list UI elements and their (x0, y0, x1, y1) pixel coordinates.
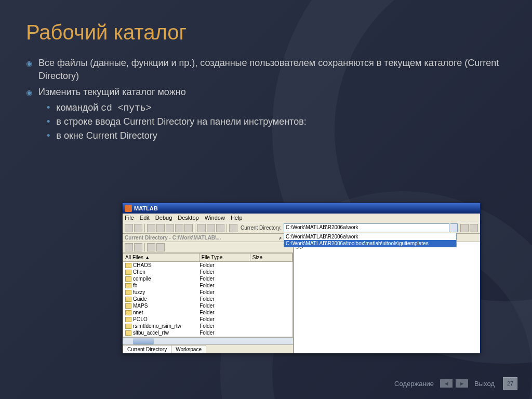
current-directory-panel: Current Directory - C:\Work\MATLAB\... ↗… (123, 234, 294, 353)
folder-icon (125, 330, 131, 336)
file-row[interactable]: sltbu_accel_rtwFolder (123, 329, 292, 336)
bullet-2: Изменить текущий каталог можно (26, 86, 506, 99)
dropdown-option-1[interactable]: C:\Work\MATLAB\R2006a\work (284, 233, 456, 240)
menu-desktop[interactable]: Desktop (178, 215, 198, 221)
run-icon[interactable] (156, 243, 165, 251)
subbullet-3-text: в окне Current Directory (56, 130, 157, 141)
matlab-titlebar[interactable]: MATLAB (123, 203, 480, 214)
col-size[interactable]: Size (250, 254, 293, 261)
command-window-panel: Command >> (294, 234, 480, 353)
slide-title: Рабочий каталог (26, 21, 506, 44)
simulink-icon[interactable] (197, 224, 206, 232)
current-directory-input[interactable]: C:\Work\MATLAB\R2006a\work C:\Work\MATLA… (284, 223, 449, 232)
find-icon[interactable] (147, 243, 155, 251)
file-row[interactable]: fuzzyFolder (123, 289, 292, 296)
scrollbar-thumb[interactable] (133, 338, 154, 344)
matlab-window: MATLAB File Edit Debug Desktop Window He… (122, 203, 481, 353)
file-row[interactable]: CHAOSFolder (123, 262, 292, 269)
folder-icon (125, 290, 131, 295)
command-window[interactable]: >> (294, 242, 480, 353)
refresh-icon[interactable] (125, 243, 133, 251)
up-folder-icon[interactable] (470, 224, 478, 232)
file-row[interactable]: rsimtfdemo_rsim_rtwFolder (123, 323, 292, 329)
folder-icon (125, 263, 131, 268)
file-list-header[interactable]: All Files ▲ File Type Size (123, 254, 292, 262)
redo-icon[interactable] (184, 224, 193, 232)
new-file-icon[interactable] (125, 224, 133, 232)
file-row[interactable]: fbFolder (123, 282, 292, 289)
folder-icon (125, 270, 131, 275)
menu-file[interactable]: File (125, 215, 134, 221)
contents-button[interactable]: Содержание (391, 379, 437, 389)
horizontal-scrollbar[interactable] (123, 337, 293, 344)
current-directory-label: Current Directory: (241, 225, 282, 231)
file-row[interactable]: nnetFolder (123, 309, 292, 316)
folder-icon (125, 297, 131, 302)
file-row[interactable]: compileFolder (123, 275, 292, 282)
menu-edit[interactable]: Edit (140, 215, 150, 221)
file-list[interactable]: All Files ▲ File Type Size CHAOSFolderCh… (123, 253, 293, 337)
subbullet-1: командой cd <путь> (47, 102, 506, 113)
undo-icon[interactable] (175, 224, 183, 232)
subbullet-2-text: в строке ввода Current Directory на пане… (56, 116, 306, 127)
file-row[interactable]: ChenFolder (123, 269, 292, 275)
cut-icon[interactable] (147, 224, 155, 232)
matlab-toolbar: Current Directory: C:\Work\MATLAB\R2006a… (123, 222, 480, 234)
folder-icon (125, 303, 131, 309)
slide-footer: Содержание ◄ ► Выход 27 (391, 377, 517, 390)
folder-icon (125, 324, 131, 329)
sort-arrow-icon: ▲ (145, 255, 150, 260)
folder-icon (125, 276, 131, 282)
dropdown-toggle-icon[interactable] (450, 223, 458, 232)
paste-icon[interactable] (166, 224, 174, 232)
file-row[interactable]: GuideFolder (123, 296, 292, 302)
open-file-icon[interactable] (134, 224, 142, 232)
help-icon[interactable] (229, 224, 237, 232)
current-directory-value: C:\Work\MATLAB\R2006a\work (286, 224, 358, 230)
exit-button[interactable]: Выход (471, 379, 498, 389)
next-slide-button[interactable]: ► (456, 379, 468, 388)
page-number: 27 (503, 377, 517, 390)
bullet-1: Все файлы (данные, функции и пр.), созда… (26, 57, 506, 83)
subbullet-1-text: командой cd <путь> (56, 102, 151, 113)
profiler-icon[interactable] (216, 224, 224, 232)
dropdown-option-2[interactable]: C:\Work\MATLAB\R2006a\toolbox\matlab\uit… (284, 240, 456, 247)
bullet-2-text: Изменить текущий каталог можно (38, 86, 186, 99)
current-directory-dropdown[interactable]: C:\Work\MATLAB\R2006a\work C:\Work\MATLA… (284, 233, 457, 247)
ellipsis-icon[interactable] (460, 224, 469, 232)
tab-current-directory[interactable]: Current Directory (123, 345, 171, 353)
col-all-files[interactable]: All Files ▲ (123, 254, 200, 261)
left-pane-title: Current Directory - C:\Work\MATLAB\... ↗… (123, 234, 293, 242)
subbullet-2: в строке ввода Current Directory на пане… (47, 116, 506, 127)
menu-debug[interactable]: Debug (155, 215, 172, 221)
tab-workspace[interactable]: Workspace (171, 345, 206, 353)
guide-icon[interactable] (207, 224, 215, 232)
prev-slide-button[interactable]: ◄ (440, 379, 453, 388)
copy-icon[interactable] (156, 224, 165, 232)
up-icon[interactable] (134, 243, 142, 251)
file-row[interactable]: POLOFolder (123, 316, 292, 323)
folder-icon (125, 310, 131, 315)
matlab-menubar[interactable]: File Edit Debug Desktop Window Help (123, 214, 480, 222)
menu-help[interactable]: Help (231, 215, 243, 221)
folder-icon (125, 283, 131, 288)
menu-window[interactable]: Window (205, 215, 225, 221)
matlab-logo-icon (125, 205, 132, 212)
col-file-type[interactable]: File Type (200, 254, 250, 261)
subbullet-3: в окне Current Directory (47, 130, 506, 141)
left-pane-title-text: Current Directory - C:\Work\MATLAB\... (125, 235, 221, 241)
matlab-title-text: MATLAB (134, 205, 158, 211)
file-row[interactable]: MAPSFolder (123, 302, 292, 309)
bullet-1-text: Все файлы (данные, функции и пр.), созда… (38, 57, 506, 83)
folder-icon (125, 317, 131, 322)
